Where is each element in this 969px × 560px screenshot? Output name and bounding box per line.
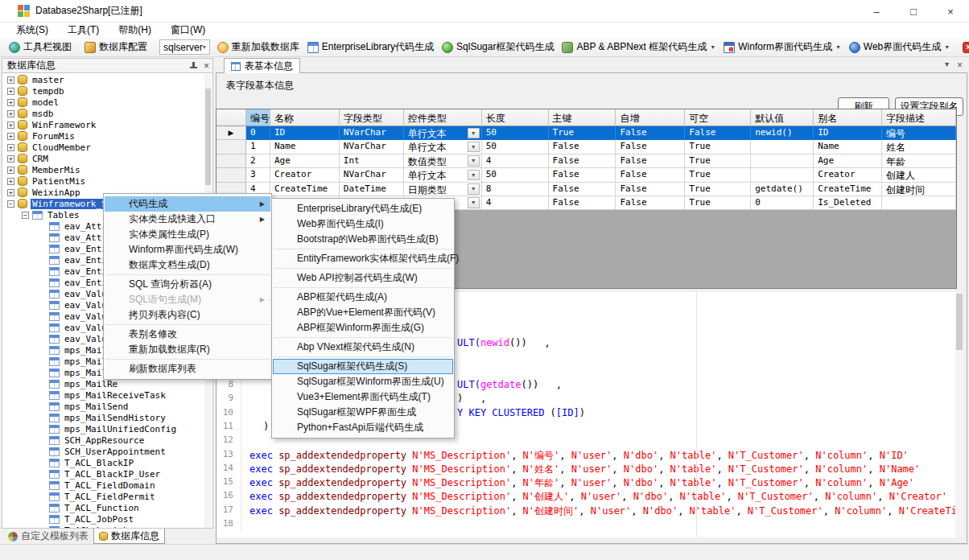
submenu-item[interactable]: ABP框架Winform界面生成(G): [273, 320, 453, 336]
combo-dropdown-button[interactable]: ▼: [468, 197, 480, 208]
expand-icon[interactable]: +: [7, 178, 14, 185]
grid-cell[interactable]: 3: [246, 168, 270, 182]
grid-cell[interactable]: 0: [751, 196, 814, 210]
chevron-down-icon[interactable]: ▾: [945, 60, 949, 71]
grid-column-header[interactable]: 字段类型: [340, 109, 404, 126]
menubar-item[interactable]: 帮助(H): [109, 23, 161, 38]
submenu-item[interactable]: EnterpriseLibrary代码生成(E): [273, 201, 453, 216]
context-menu-item[interactable]: 拷贝列表内容(C): [105, 307, 270, 323]
tree-item-PatientMis[interactable]: +PatientMis: [2, 175, 204, 187]
expand-icon[interactable]: +: [7, 110, 14, 117]
combo-dropdown-button[interactable]: ▼: [468, 155, 480, 167]
tree-item-T_ACL_FieldDomain[interactable]: T_ACL_FieldDomain: [2, 480, 204, 491]
tree-item-CRM[interactable]: +CRM: [2, 153, 204, 164]
tree-item-tempdb[interactable]: +tempdb: [2, 85, 204, 97]
context-menu-item[interactable]: 实体类生成快速入口▶: [105, 212, 270, 227]
exit-button[interactable]: × 退出: [959, 39, 969, 56]
db-config-button[interactable]: 数据库配置: [80, 39, 151, 56]
grid-column-header[interactable]: 名称: [270, 109, 340, 126]
grid-cell[interactable]: Creator: [270, 168, 340, 182]
grid-cell[interactable]: 单行文本▼: [404, 140, 482, 154]
grid-cell[interactable]: False: [549, 183, 616, 196]
grid-column-header[interactable]: 主键: [549, 109, 616, 126]
grid-cell[interactable]: ID: [270, 126, 340, 140]
tree-item-T_ACL_FieldPermit[interactable]: T_ACL_FieldPermit: [2, 491, 204, 502]
reload-db-button[interactable]: 重新加载数据库: [213, 39, 303, 56]
context-menu-item[interactable]: 代码生成▶: [105, 196, 270, 212]
chevron-down-icon[interactable]: ▼: [944, 44, 950, 50]
context-menu-item[interactable]: 实体类属性生成(P): [105, 227, 270, 242]
grid-cell[interactable]: False: [685, 126, 751, 140]
grid-cell[interactable]: ID: [814, 126, 882, 140]
grid-cell[interactable]: True: [685, 140, 751, 154]
web-gen-button[interactable]: Web界面代码生成 ▼: [845, 39, 954, 56]
tree-item-mps_MailSend[interactable]: mps_MailSend: [2, 401, 204, 412]
context-menu-item[interactable]: SQL 查询分析器(A): [105, 277, 270, 292]
tree-item-SCH_AppResource[interactable]: SCH_AppResource: [2, 434, 204, 446]
combo-dropdown-button[interactable]: ▼: [468, 142, 480, 153]
minimize-button[interactable]: –: [858, 0, 895, 23]
expand-icon[interactable]: +: [7, 144, 14, 151]
toolbar-view-button[interactable]: 工具栏视图: [5, 39, 76, 56]
tab-database-info[interactable]: 数据库信息: [93, 529, 165, 544]
grid-cell[interactable]: False: [549, 168, 616, 182]
grid-cell[interactable]: getdate(): [751, 183, 814, 196]
tree-item-mps_MailUnifiedConfig[interactable]: mps_MailUnifiedConfig: [2, 423, 204, 434]
grid-cell[interactable]: True: [685, 183, 751, 196]
editor-vscrollbar[interactable]: [955, 292, 963, 537]
grid-cell[interactable]: Int: [340, 154, 404, 168]
expand-icon[interactable]: +: [7, 167, 14, 174]
grid-cell[interactable]: Name: [270, 140, 340, 154]
grid-cell[interactable]: True: [685, 168, 751, 182]
grid-cell[interactable]: DateTime: [340, 183, 404, 196]
grid-row[interactable]: 1NameNVarChar单行文本▼50FalseFalseTrueName姓名: [216, 140, 956, 154]
expand-icon[interactable]: +: [7, 189, 14, 196]
maximize-button[interactable]: □: [895, 0, 932, 23]
submenu-item[interactable]: Bootstrap的Web界面代码生成(B): [273, 232, 453, 247]
grid-cell[interactable]: 日期类型▼: [404, 183, 482, 196]
context-menu-item[interactable]: 刷新数据库列表: [105, 361, 270, 377]
grid-cell[interactable]: NVarChar: [340, 126, 404, 140]
grid-cell[interactable]: [751, 168, 814, 182]
grid-cell[interactable]: CreateTime: [270, 183, 340, 196]
grid-cell[interactable]: 0: [246, 126, 270, 140]
context-menu-item[interactable]: Winform界面代码生成(W): [105, 242, 270, 257]
grid-row[interactable]: ▶0IDNVarChar单行文本▼50TrueFalseFalsenewid()…: [216, 126, 956, 140]
expand-icon[interactable]: +: [7, 133, 14, 140]
grid-column-header[interactable]: 别名: [814, 109, 882, 126]
collapse-icon[interactable]: −: [22, 212, 29, 219]
grid-row[interactable]: 3CreatorNVarChar单行文本▼50FalseFalseTrueCre…: [216, 168, 956, 182]
abp-gen-button[interactable]: ABP & ABPNext 框架代码生成 ▼: [558, 39, 720, 56]
grid-cell[interactable]: CreateTime: [814, 183, 882, 196]
combo-dropdown-button[interactable]: ▼: [468, 183, 480, 195]
db-type-select[interactable]: sqlserver ▾: [159, 39, 210, 55]
grid-cell[interactable]: Age: [814, 154, 882, 168]
tree-item-msdb[interactable]: +msdb: [2, 108, 204, 119]
grid-cell[interactable]: Is_Deleted: [814, 196, 882, 210]
chevron-down-icon[interactable]: ▼: [835, 44, 841, 50]
grid-column-header[interactable]: 可空: [685, 109, 751, 126]
grid-cell[interactable]: NVarChar: [340, 168, 404, 182]
submenu-item[interactable]: Python+FastApi后端代码生成: [273, 420, 453, 435]
tree-item-model[interactable]: +model: [2, 97, 204, 108]
grid-cell[interactable]: False: [549, 154, 616, 168]
menubar-item[interactable]: 系统(S): [6, 23, 58, 38]
collapse-icon[interactable]: −: [7, 200, 14, 208]
grid-cell[interactable]: 创建人: [882, 168, 956, 182]
grid-cell[interactable]: 单行文本▼: [404, 126, 482, 140]
grid-cell[interactable]: [751, 140, 814, 154]
grid-cell[interactable]: False: [616, 126, 685, 140]
grid-column-header[interactable]: 控件类型: [404, 109, 482, 126]
tree-item-WinFramework[interactable]: +WinFramework: [2, 119, 204, 130]
tree-item-ForumMis[interactable]: +ForumMis: [2, 130, 204, 142]
tree-item-T_ACL_BlackIP_User[interactable]: T_ACL_BlackIP_User: [2, 468, 204, 480]
tree-item-mps_MailRe[interactable]: mps_MailRe: [2, 378, 204, 389]
close-icon[interactable]: ×: [957, 60, 963, 71]
grid-cell[interactable]: 创建时间: [882, 183, 956, 196]
grid-cell[interactable]: True: [685, 196, 751, 210]
submenu-item[interactable]: Web界面代码生成(I): [273, 216, 453, 232]
grid-column-header[interactable]: 字段描述: [882, 109, 956, 126]
submenu-item[interactable]: Vue3+Element界面代码生成(T): [273, 389, 453, 405]
grid-cell[interactable]: 1: [246, 140, 270, 154]
context-menu-item[interactable]: 数据库文档生成(D): [105, 257, 270, 273]
